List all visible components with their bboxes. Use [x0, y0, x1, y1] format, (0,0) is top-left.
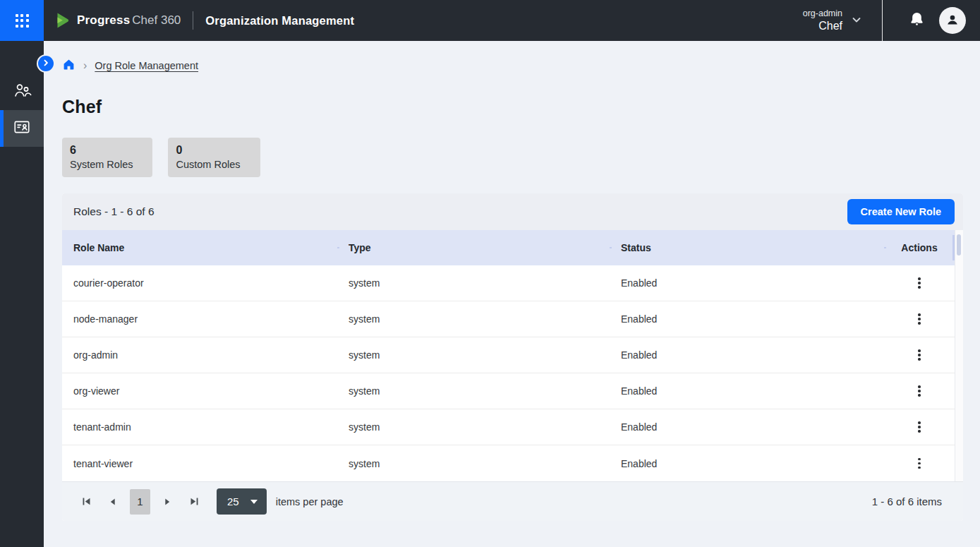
topbar: Progress Chef 360 Organization Managemen…	[0, 0, 980, 41]
column-header-type: Type	[337, 242, 610, 253]
table-row: tenant-viewer system Enabled	[62, 445, 955, 481]
cell-type: system	[337, 313, 610, 325]
next-page-icon	[163, 498, 171, 506]
person-icon	[944, 11, 961, 30]
page-title: Chef	[62, 97, 980, 117]
page-size-dropdown[interactable]: 25	[217, 488, 267, 515]
page-number-button[interactable]: 1	[130, 489, 150, 515]
next-page-button[interactable]	[159, 493, 176, 511]
breadcrumb: › Org Role Management	[62, 58, 980, 73]
brand-divider	[193, 11, 193, 30]
row-actions-kebab-button[interactable]	[912, 416, 927, 438]
cell-status: Enabled	[610, 277, 884, 289]
main-content: › Org Role Management Chef 6 System Role…	[44, 41, 980, 547]
stat-card-system-roles: 6 System Roles	[62, 138, 152, 177]
waffle-icon	[16, 14, 29, 28]
items-per-page-label: items per page	[276, 496, 344, 507]
account-menu-button[interactable]	[939, 7, 966, 34]
breadcrumb-current-link[interactable]: Org Role Management	[95, 60, 198, 71]
notifications-button[interactable]	[904, 8, 929, 33]
cell-status: Enabled	[610, 313, 884, 325]
page-size-value: 25	[227, 495, 239, 507]
row-actions-kebab-button[interactable]	[912, 308, 927, 330]
last-page-button[interactable]	[186, 493, 202, 511]
cell-role-name: org-admin	[62, 349, 337, 361]
brand-name: Progress	[77, 13, 130, 28]
table-pagination-bar: 1 25 items per page 1 - 6 of 6 items	[62, 481, 963, 521]
breadcrumb-home-link[interactable]	[62, 58, 75, 74]
row-actions-kebab-button[interactable]	[912, 344, 927, 366]
chevron-down-icon	[851, 14, 862, 28]
previous-page-button[interactable]	[104, 493, 121, 511]
progress-chef-logo-icon	[54, 12, 72, 29]
cell-status: Enabled	[610, 349, 884, 361]
bell-icon	[908, 11, 926, 30]
stat-label: System Roles	[70, 159, 133, 170]
cell-role-name: org-viewer	[62, 385, 337, 397]
cell-status: Enabled	[610, 458, 884, 469]
users-icon	[13, 81, 32, 103]
table-row: tenant-admin system Enabled	[62, 409, 955, 445]
stat-card-custom-roles: 0 Custom Roles	[168, 138, 260, 177]
cell-type: system	[337, 421, 610, 433]
column-header-actions: Actions	[884, 242, 955, 253]
table-row: courier-operator system Enabled	[62, 265, 955, 301]
brand-product: Chef 360	[132, 13, 181, 28]
column-header-status: Status	[610, 242, 884, 253]
stat-value: 0	[176, 144, 240, 157]
table-row: node-manager system Enabled	[62, 301, 955, 337]
sidebar-item-org-roles[interactable]	[0, 110, 44, 147]
table-scrollbar-thumb[interactable]	[957, 234, 961, 256]
id-card-icon	[13, 118, 31, 139]
previous-page-icon	[109, 498, 117, 506]
user-role-label: org-admin	[803, 8, 842, 18]
cell-type: system	[337, 458, 610, 469]
cell-role-name: courier-operator	[62, 277, 337, 289]
row-actions-kebab-button[interactable]	[912, 272, 927, 294]
table-row: org-viewer system Enabled	[62, 373, 955, 409]
caret-down-icon	[250, 500, 258, 504]
sidebar-item-users[interactable]	[0, 73, 44, 110]
sidebar	[0, 41, 44, 547]
column-header-role-name: Role Name	[62, 242, 337, 253]
cell-type: system	[337, 385, 610, 397]
home-icon	[62, 58, 75, 74]
cell-role-name: node-manager	[62, 313, 337, 325]
cell-type: system	[337, 277, 610, 289]
stat-label: Custom Roles	[176, 159, 240, 170]
table-row: org-admin system Enabled	[62, 337, 955, 373]
current-org-label: Chef	[803, 20, 842, 32]
breadcrumb-separator: ›	[83, 60, 87, 71]
stats-row: 6 System Roles 0 Custom Roles	[62, 138, 980, 177]
table-header-row: Role Name Type Status Actions	[62, 230, 955, 265]
cell-role-name: tenant-viewer	[62, 458, 337, 469]
cell-status: Enabled	[610, 421, 884, 433]
create-new-role-button[interactable]: Create New Role	[847, 199, 955, 224]
table-toolbar: Roles - 1 - 6 of 6 Create New Role	[62, 193, 963, 230]
row-actions-kebab-button[interactable]	[912, 380, 927, 402]
org-switcher-menu[interactable]: org-admin Chef	[803, 8, 862, 32]
brand-logo: Progress Chef 360	[54, 12, 181, 29]
pagination-range-label: 1 - 6 of 6 items	[872, 495, 942, 507]
chevron-right-icon	[42, 59, 50, 69]
roles-table-card: Roles - 1 - 6 of 6 Create New Role Role …	[62, 193, 963, 521]
app-launcher-button[interactable]	[0, 0, 44, 41]
sidebar-expand-toggle[interactable]	[38, 56, 54, 71]
first-page-icon	[82, 497, 91, 506]
stat-value: 6	[70, 144, 133, 157]
last-page-icon	[190, 497, 199, 506]
first-page-button[interactable]	[78, 493, 95, 511]
table-scrollbar-track[interactable]	[955, 230, 963, 481]
cell-type: system	[337, 349, 610, 361]
row-actions-kebab-button[interactable]	[912, 453, 927, 474]
cell-status: Enabled	[610, 385, 884, 397]
cell-role-name: tenant-admin	[62, 421, 337, 433]
topbar-divider	[882, 0, 883, 41]
app-title: Organization Management	[205, 14, 354, 28]
table-title: Roles - 1 - 6 of 6	[73, 205, 155, 218]
